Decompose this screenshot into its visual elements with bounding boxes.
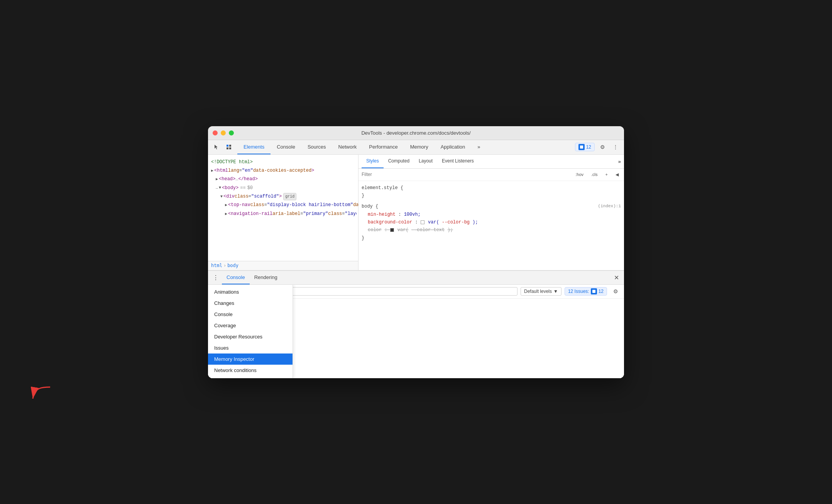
tab-performance[interactable]: Performance xyxy=(363,140,404,155)
cursor-icon[interactable] xyxy=(211,142,222,152)
styles-tabs: Styles Computed Layout Event Listeners » xyxy=(359,155,624,169)
hov-button[interactable]: :hov xyxy=(573,171,586,178)
tab-more[interactable]: » xyxy=(471,140,486,155)
bottom-panel: ⋮ Console Rendering ✕ Animations Changes… xyxy=(208,270,624,378)
cls-button[interactable]: .cls xyxy=(589,171,600,178)
menu-animations[interactable]: Animations xyxy=(208,286,293,298)
close-button[interactable] xyxy=(213,130,218,135)
devtools-container: Elements Console Sources Network Perform… xyxy=(208,140,624,378)
nav-tabs: Elements Console Sources Network Perform… xyxy=(237,140,575,155)
tab-memory[interactable]: Memory xyxy=(404,140,435,155)
bottom-content: Animations Changes Console Coverage Deve… xyxy=(208,285,624,378)
svg-rect-1 xyxy=(229,145,231,147)
tab-elements[interactable]: Elements xyxy=(237,140,271,155)
tab-sources[interactable]: Sources xyxy=(301,140,332,155)
tab-network[interactable]: Network xyxy=(332,140,363,155)
tab-event-listeners[interactable]: Event Listeners xyxy=(437,155,479,169)
tab-rendering-bottom[interactable]: Rendering xyxy=(250,271,282,284)
menu-memory-inspector[interactable]: Memory Inspector xyxy=(208,353,293,365)
more-options-icon[interactable]: ⋮ xyxy=(610,142,621,152)
tab-console[interactable]: Console xyxy=(271,140,301,155)
menu-changes[interactable]: Changes xyxy=(208,298,293,309)
tab-console-bottom[interactable]: Console xyxy=(222,271,250,284)
settings-icon[interactable]: ⚙ xyxy=(597,142,608,152)
tab-computed[interactable]: Computed xyxy=(384,155,414,169)
inspect-icon[interactable] xyxy=(223,142,234,152)
toolbar-right: 12 ⚙ ⋮ xyxy=(575,142,621,152)
dom-panel: <!DOCTYPE html> ▶ < html lang = "en" dat… xyxy=(208,155,359,270)
devtools-window: DevTools - developer.chrome.com/docs/dev… xyxy=(208,126,624,378)
traffic-lights xyxy=(213,130,234,135)
svg-rect-4 xyxy=(580,145,583,146)
bottom-tabs: ⋮ Console Rendering ✕ xyxy=(208,271,624,285)
menu-console[interactable]: Console xyxy=(208,309,293,320)
menu-issues[interactable]: Issues xyxy=(208,342,293,353)
bottom-close-button[interactable]: ✕ xyxy=(612,273,621,282)
styles-content[interactable]: element.style { } body { (index):1 min-h… xyxy=(359,181,624,270)
maximize-button[interactable] xyxy=(229,130,234,135)
menu-network-conditions[interactable]: Network conditions xyxy=(208,365,293,376)
dom-body[interactable]: … ▼ < body > == $0 xyxy=(210,184,357,192)
styles-more-icon[interactable]: » xyxy=(618,159,621,164)
tab-layout[interactable]: Layout xyxy=(414,155,437,169)
styles-filter-input[interactable] xyxy=(362,172,570,177)
drawer-menu: Animations Changes Console Coverage Deve… xyxy=(208,285,293,378)
breadcrumb: html › body xyxy=(208,261,358,270)
svg-rect-2 xyxy=(227,147,228,149)
svg-rect-0 xyxy=(227,145,228,147)
tab-application[interactable]: Application xyxy=(435,140,472,155)
console-settings-icon[interactable]: ⚙ xyxy=(610,286,621,297)
svg-rect-3 xyxy=(229,147,231,149)
default-levels-button[interactable]: Default levels ▼ xyxy=(521,287,561,296)
body-style-rule: body { (index):1 min-height : 100vh; bac… xyxy=(362,203,621,242)
styles-filter-bar: :hov .cls + ◀ xyxy=(359,169,624,181)
issues-badge[interactable]: 12 xyxy=(575,143,595,151)
title-bar: DevTools - developer.chrome.com/docs/dev… xyxy=(208,126,624,140)
minimize-button[interactable] xyxy=(221,130,226,135)
top-toolbar: Elements Console Sources Network Perform… xyxy=(208,140,624,155)
console-issues-icon xyxy=(591,288,597,294)
dom-tree[interactable]: <!DOCTYPE html> ▶ < html lang = "en" dat… xyxy=(208,155,358,261)
window-title: DevTools - developer.chrome.com/docs/dev… xyxy=(361,130,470,136)
bottom-tab-more-icon[interactable]: ⋮ xyxy=(211,273,220,282)
add-style-button[interactable]: + xyxy=(603,171,610,178)
breadcrumb-body[interactable]: body xyxy=(227,263,238,268)
element-style-rule: element.style { } xyxy=(362,184,621,200)
toolbar-icons xyxy=(211,142,234,152)
bg-color-swatch xyxy=(421,220,424,224)
dom-topnav[interactable]: ▶ < top-nav class = "display-block hairl… xyxy=(210,201,357,209)
dom-nav[interactable]: ▶ < navigation-rail aria-label = "primar… xyxy=(210,210,357,218)
styles-panel: Styles Computed Layout Event Listeners »… xyxy=(359,155,624,270)
main-content: <!DOCTYPE html> ▶ < html lang = "en" dat… xyxy=(208,155,624,270)
dom-head[interactable]: ▶ < head > … </ head > xyxy=(210,175,357,183)
toggle-sidebar-icon[interactable]: ◀ xyxy=(613,171,621,178)
issues-icon xyxy=(578,144,585,150)
dom-doctype: <!DOCTYPE html> xyxy=(210,158,357,166)
menu-coverage[interactable]: Coverage xyxy=(208,320,293,331)
console-issues-badge[interactable]: 12 Issues: 12 xyxy=(565,287,607,296)
tab-styles[interactable]: Styles xyxy=(362,155,384,169)
dom-html[interactable]: ▶ < html lang = "en" data-cookies-accept… xyxy=(210,166,357,175)
issues-count: 12 xyxy=(586,144,591,150)
svg-rect-5 xyxy=(592,290,595,293)
menu-developer-resources[interactable]: Developer Resources xyxy=(208,331,293,342)
menu-network-request-blocking[interactable]: Network request blocking xyxy=(208,376,293,378)
breadcrumb-html[interactable]: html xyxy=(211,263,222,268)
dom-scaffold[interactable]: ▼ < div class = "scaffold" > grid xyxy=(210,192,357,201)
color-swatch xyxy=(390,228,394,232)
